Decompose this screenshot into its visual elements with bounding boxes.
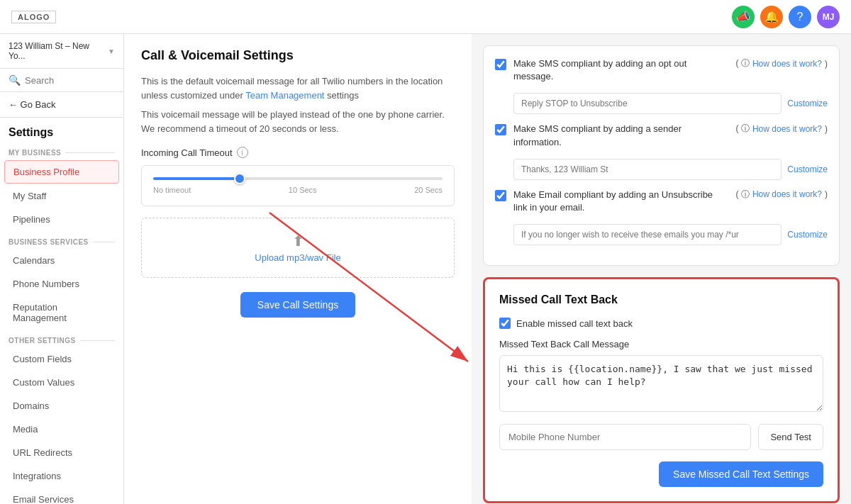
sidebar-item-media[interactable]: Media — [4, 418, 119, 440]
location-selector[interactable]: 123 William St – New Yo... ▼ — [0, 34, 123, 69]
location-name: 123 William St – New Yo... — [9, 41, 108, 61]
email-unsubscribe-checkbox[interactable] — [495, 190, 506, 201]
missed-call-section: Missed Call Text Back Enable missed call… — [483, 277, 840, 503]
sidebar-item-email-services[interactable]: Email Services — [4, 488, 119, 504]
main-layout: 123 William St – New Yo... ▼ 🔍 ⌘K ⚡ ← Go… — [0, 34, 851, 504]
sidebar-item-url-redirects[interactable]: URL Redirects — [4, 442, 119, 464]
message-field-label: Missed Text Back Call Message — [499, 339, 823, 349]
go-back-button[interactable]: ← Go Back — [0, 92, 123, 118]
header-icons: 📣 🔔 ? MJ — [732, 6, 840, 28]
help-icon-btn[interactable]: ? — [789, 6, 811, 28]
search-icon: 🔍 — [9, 74, 21, 86]
sms-opt-out-input[interactable] — [513, 93, 782, 114]
search-bar: 🔍 ⌘K ⚡ — [0, 69, 123, 92]
info-circle-icon-3: ( ⓘ — [736, 189, 750, 201]
info-circle-icon-2: ( ⓘ — [736, 123, 750, 135]
email-unsubscribe-customize-btn[interactable]: Customize — [787, 230, 828, 240]
slider-fill — [153, 177, 240, 180]
how-does-it-work-link-1[interactable]: How does it work? — [752, 59, 822, 69]
sidebar: 123 William St – New Yo... ▼ 🔍 ⌘K ⚡ ← Go… — [0, 34, 124, 504]
missed-call-title: Missed Call Text Back — [499, 293, 823, 306]
logo: ALOGO — [11, 11, 56, 23]
user-avatar[interactable]: MJ — [817, 6, 840, 28]
slider-track — [153, 177, 443, 180]
search-input[interactable] — [25, 75, 124, 86]
enable-missed-call-label: Enable missed call text back — [516, 318, 633, 329]
slider-label-10-secs: 10 Secs — [289, 186, 317, 194]
sms-opt-out-customize-btn[interactable]: Customize — [787, 99, 828, 108]
notification-icon-btn[interactable]: 📣 — [732, 6, 755, 28]
sidebar-item-pipelines[interactable]: Pipelines — [4, 208, 119, 230]
top-header: ALOGO 📣 🔔 ? MJ — [0, 0, 851, 34]
upload-link[interactable]: Upload mp3/wav File — [255, 252, 340, 263]
compliance-item-email-unsubscribe: Make Email compliant by adding an Unsubs… — [495, 189, 828, 214]
team-management-link[interactable]: Team Management — [245, 90, 324, 101]
sms-sender-customize-btn[interactable]: Customize — [787, 164, 828, 174]
slider-thumb[interactable] — [234, 173, 245, 184]
section-label-other-settings: OTHER SETTINGS — [0, 330, 123, 347]
upload-icon: ⬆ — [156, 233, 440, 250]
sms-sender-text: Make SMS compliant by adding a sender in… — [513, 123, 729, 148]
send-test-button[interactable]: Send Test — [758, 424, 823, 450]
missed-call-message-textarea[interactable]: Hi this is {{location.name}}, I saw that… — [499, 355, 823, 412]
sms-sender-how-link: ( ⓘ How does it work? ) — [736, 123, 828, 135]
content-area: Call & Voicemail Settings This is the de… — [124, 34, 851, 504]
sms-sender-checkbox[interactable] — [495, 124, 506, 135]
timeout-slider-container: No timeout 10 Secs 20 Secs — [141, 165, 455, 206]
sidebar-item-business-profile[interactable]: Business Profile — [4, 160, 119, 184]
sidebar-item-integrations[interactable]: Integrations — [4, 465, 119, 487]
sidebar-item-phone-numbers[interactable]: Phone Numbers — [4, 273, 119, 295]
sidebar-item-custom-values[interactable]: Custom Values — [4, 371, 119, 393]
page-title: Call & Voicemail Settings — [141, 48, 455, 63]
sms-opt-out-input-row: Customize — [513, 93, 828, 114]
how-does-it-work-link-2[interactable]: How does it work? — [752, 124, 822, 134]
incoming-call-timeout-label: Incoming Call Timeout i — [141, 147, 455, 158]
save-call-settings-button[interactable]: Save Call Settings — [240, 292, 355, 318]
description-1: This is the default voicemail message fo… — [141, 74, 455, 102]
slider-label-no-timeout: No timeout — [153, 186, 191, 194]
email-unsubscribe-input[interactable] — [513, 224, 782, 245]
right-panel: Make SMS compliant by adding an opt out … — [472, 34, 851, 504]
upload-box[interactable]: ⬆ Upload mp3/wav File — [141, 218, 455, 278]
info-circle-icon: ( ⓘ — [736, 57, 750, 69]
alert-icon-btn[interactable]: 🔔 — [760, 6, 783, 28]
chevron-down-icon: ▼ — [108, 47, 115, 55]
how-does-it-work-link-3[interactable]: How does it work? — [752, 189, 822, 199]
mobile-phone-input[interactable] — [499, 424, 751, 450]
sidebar-item-my-staff[interactable]: My Staff — [4, 185, 119, 207]
settings-title: Settings — [0, 118, 123, 142]
sidebar-item-domains[interactable]: Domains — [4, 395, 119, 417]
sms-sender-input[interactable] — [513, 159, 782, 180]
section-label-business-services: BUSINESS SERVICES — [0, 231, 123, 249]
email-unsubscribe-text: Make Email compliant by adding an Unsubs… — [513, 189, 729, 214]
compliance-item-sms-opt-out: Make SMS compliant by adding an opt out … — [495, 57, 828, 83]
save-missed-call-settings-button[interactable]: Save Missed Call Text Settings — [659, 461, 823, 487]
sidebar-item-reputation-management[interactable]: Reputation Management — [4, 296, 119, 329]
sms-opt-out-checkbox[interactable] — [495, 59, 506, 70]
sidebar-item-calendars[interactable]: Calendars — [4, 250, 119, 271]
sms-opt-out-how-link: ( ⓘ How does it work? ) — [736, 57, 828, 69]
compliance-item-sms-sender: Make SMS compliant by adding a sender in… — [495, 123, 828, 148]
phone-test-row: Send Test — [499, 424, 823, 450]
section-label-my-business: MY BUSINESS — [0, 142, 123, 159]
sms-opt-out-text: Make SMS compliant by adding an opt out … — [513, 57, 729, 83]
sms-sender-input-row: Customize — [513, 159, 828, 180]
compliance-section: Make SMS compliant by adding an opt out … — [483, 45, 840, 266]
email-unsubscribe-how-link: ( ⓘ How does it work? ) — [736, 189, 828, 201]
slider-label-20-secs: 20 Secs — [414, 186, 443, 194]
email-unsubscribe-input-row: Customize — [513, 224, 828, 245]
description-2: This voicemail message will be played in… — [141, 108, 455, 135]
back-arrow-icon: ← Go Back — [9, 99, 55, 110]
timeout-info-icon[interactable]: i — [237, 147, 248, 158]
slider-labels: No timeout 10 Secs 20 Secs — [153, 186, 443, 194]
sidebar-item-custom-fields[interactable]: Custom Fields — [4, 348, 119, 370]
enable-row: Enable missed call text back — [499, 318, 823, 329]
left-panel: Call & Voicemail Settings This is the de… — [124, 34, 472, 504]
enable-missed-call-checkbox[interactable] — [499, 318, 511, 329]
